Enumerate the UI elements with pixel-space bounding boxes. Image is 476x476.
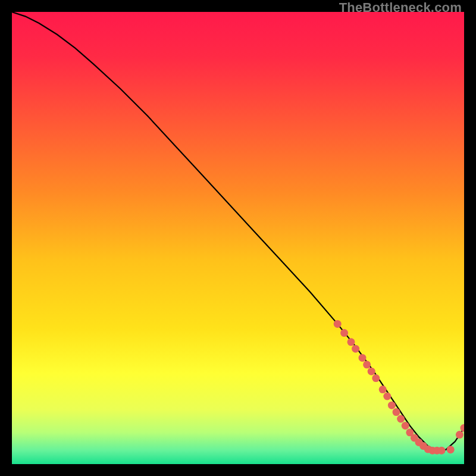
data-point	[363, 361, 371, 368]
data-point	[456, 431, 464, 439]
chart-frame: TheBottleneck.com	[0, 0, 476, 476]
data-point	[388, 402, 396, 409]
data-point	[347, 338, 355, 346]
data-point	[383, 393, 391, 400]
gradient-background	[12, 12, 464, 464]
data-point	[447, 446, 455, 453]
data-point	[372, 374, 380, 382]
plot-area	[12, 12, 464, 464]
data-point	[402, 422, 409, 430]
data-point	[379, 386, 387, 393]
data-point	[368, 368, 375, 375]
data-point	[334, 320, 342, 328]
data-point	[340, 329, 348, 337]
chart-canvas	[12, 12, 464, 464]
data-point	[397, 415, 405, 423]
data-point	[438, 447, 446, 455]
data-point	[359, 354, 367, 362]
data-point	[393, 408, 400, 416]
data-point	[352, 345, 359, 353]
watermark-text: TheBottleneck.com	[339, 0, 462, 15]
